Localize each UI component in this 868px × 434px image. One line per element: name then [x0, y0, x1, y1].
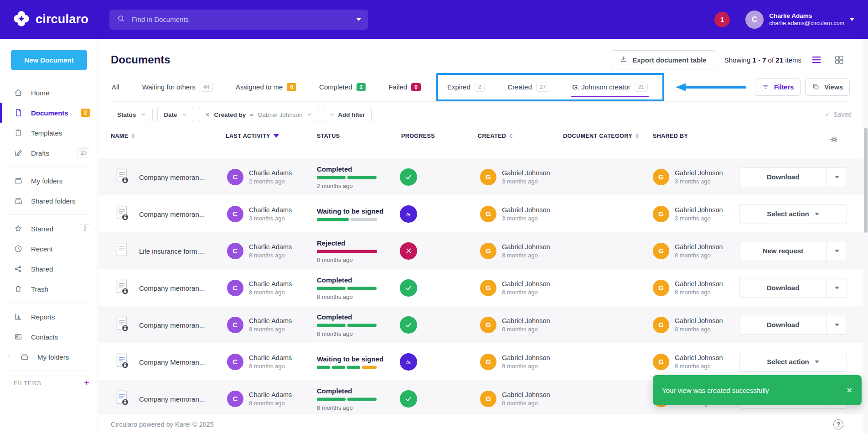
- shared-by-cell: GGabriel Johnson8 months ago: [653, 280, 723, 296]
- sidebar-item-my-folders[interactable]: My folders: [0, 347, 98, 367]
- action-dropdown-button[interactable]: [827, 241, 847, 261]
- column-header-last-activity[interactable]: LAST ACTIVITY: [226, 133, 279, 139]
- action-dropdown-button[interactable]: [827, 315, 847, 335]
- views-button[interactable]: Views: [805, 78, 850, 96]
- person-name: Charlie Adams: [249, 354, 292, 361]
- sort-desc-icon[interactable]: [274, 134, 279, 138]
- tab-all[interactable]: All: [111, 77, 120, 97]
- rejected-x-icon[interactable]: [400, 242, 417, 260]
- action-label[interactable]: Select action: [739, 204, 847, 224]
- row-action-button[interactable]: Select action: [739, 352, 847, 372]
- column-label: LAST ACTIVITY: [226, 133, 270, 139]
- filter-chip-date[interactable]: Date: [157, 107, 194, 122]
- table-row[interactable]: Company memoran...CCharlie Adams3 months…: [98, 195, 863, 232]
- chevron-right-icon[interactable]: [6, 354, 12, 361]
- column-header-progress[interactable]: PROGRESS: [401, 133, 435, 139]
- sort-icon[interactable]: [509, 133, 513, 139]
- list-view-icon[interactable]: [809, 52, 824, 68]
- tab-failed[interactable]: Failed0: [388, 77, 422, 97]
- scrollbar-thumb[interactable]: [864, 128, 868, 233]
- action-label[interactable]: Select action: [739, 352, 847, 371]
- new-document-button[interactable]: New Document: [11, 50, 87, 70]
- tab-completed[interactable]: Completed2: [318, 77, 367, 97]
- sidebar-item-shared[interactable]: Shared: [0, 259, 98, 279]
- draft-icon: [14, 148, 23, 157]
- action-label[interactable]: New request: [739, 241, 827, 261]
- sidebar-item-recent[interactable]: Recent: [0, 239, 98, 259]
- grid-view-icon[interactable]: [832, 52, 847, 68]
- sidebar-item-documents[interactable]: Documents2: [0, 103, 98, 123]
- sidebar-item-home[interactable]: Home: [0, 83, 98, 103]
- document-name[interactable]: Company memoran...: [139, 284, 205, 292]
- sort-icon[interactable]: [636, 133, 639, 139]
- sort-icon[interactable]: [131, 133, 135, 139]
- sidebar-item-reports[interactable]: Reports: [0, 307, 98, 327]
- document-name[interactable]: Company memoran...: [139, 173, 205, 181]
- search-dropdown-caret-icon[interactable]: [356, 18, 361, 21]
- tab-assigned-to-me[interactable]: Assigned to me0: [235, 77, 297, 97]
- action-dropdown-button[interactable]: [827, 167, 847, 187]
- document-name[interactable]: Life insurance form....: [139, 247, 205, 255]
- document-name[interactable]: Company Memoran...: [139, 358, 205, 366]
- signature-pending-icon[interactable]: [400, 353, 417, 371]
- export-document-table-button[interactable]: Export document table: [611, 50, 715, 69]
- chevron-down-icon: [815, 213, 819, 215]
- help-icon[interactable]: ?: [833, 419, 843, 429]
- document-name[interactable]: Company memoran...: [139, 321, 205, 329]
- sidebar-item-templates[interactable]: Templates: [0, 123, 98, 143]
- notification-badge[interactable]: 1: [714, 12, 730, 27]
- app-logo[interactable]: circularo: [0, 9, 98, 30]
- row-action-button[interactable]: Select action: [739, 204, 847, 224]
- column-header-name[interactable]: NAME: [111, 133, 135, 139]
- sidebar-item-starred[interactable]: Starred2: [0, 219, 98, 239]
- column-header-created[interactable]: CREATED: [478, 133, 513, 139]
- sidebar-item-shared-folders[interactable]: Shared folders: [0, 191, 98, 211]
- search-input[interactable]: [131, 15, 356, 24]
- sidebar-item-contacts[interactable]: Contacts: [0, 327, 98, 347]
- search-bar[interactable]: [109, 10, 368, 30]
- row-action-button[interactable]: New request: [739, 241, 847, 261]
- column-header-status[interactable]: STATUS: [317, 133, 340, 139]
- filters-button[interactable]: Filters: [755, 78, 801, 96]
- remove-filter-icon[interactable]: ✕: [205, 111, 210, 118]
- action-dropdown-button[interactable]: [827, 278, 847, 298]
- filter-chip-add-filter[interactable]: +Add filter: [324, 107, 371, 122]
- table-row[interactable]: Company memoran...CCharlie Adams8 months…: [98, 269, 863, 306]
- row-action-button[interactable]: Download: [739, 315, 847, 335]
- action-label[interactable]: Download: [739, 315, 827, 335]
- action-label[interactable]: Download: [739, 278, 827, 298]
- filter-chip-status[interactable]: Status: [111, 107, 153, 122]
- close-icon[interactable]: ✕: [847, 386, 852, 395]
- column-header-document-category[interactable]: DOCUMENT CATEGORY: [563, 133, 639, 139]
- filter-chip-created-by[interactable]: ✕Created by=Gabriel Johnson: [199, 107, 320, 122]
- tab-waiting-for-others[interactable]: Waiting for others44: [141, 77, 214, 97]
- document-name[interactable]: Company memoran...: [139, 395, 205, 403]
- document-name[interactable]: Company memoran...: [139, 210, 205, 218]
- sidebar-item-my-folders[interactable]: My folders: [0, 171, 98, 191]
- count-badge: 2: [81, 109, 90, 117]
- completed-check-icon[interactable]: [400, 168, 417, 186]
- table-row[interactable]: Company memoran...CCharlie Adams2 months…: [98, 158, 863, 195]
- completed-check-icon[interactable]: [400, 279, 417, 297]
- completed-check-icon[interactable]: [400, 390, 417, 408]
- user-menu[interactable]: C Charlie Adams charlie.adams@circularo.…: [745, 10, 854, 29]
- sidebar-item-drafts[interactable]: Drafts20: [0, 143, 98, 163]
- row-action-button[interactable]: Download: [739, 278, 847, 298]
- plus-icon[interactable]: +: [84, 378, 89, 387]
- table-row[interactable]: Company memoran...CCharlie Adams8 months…: [98, 306, 863, 343]
- signature-pending-icon[interactable]: [400, 205, 417, 223]
- table-row[interactable]: Life insurance form....CCharlie Adams8 m…: [98, 232, 863, 269]
- page-scrollbar[interactable]: [863, 39, 868, 434]
- annotation-arrow: [674, 83, 747, 92]
- sidebar-item-trash[interactable]: Trash: [0, 279, 98, 299]
- completed-check-icon[interactable]: [400, 316, 417, 334]
- pagination-summary: Showing 1 - 7 of 21 items: [724, 56, 801, 64]
- tab-g-johnson-creator[interactable]: G. Johnson creator21: [571, 77, 649, 97]
- row-action-button[interactable]: Download: [739, 167, 847, 187]
- tab-created[interactable]: Created27: [506, 77, 550, 97]
- table-row[interactable]: Company Memoran...CCharlie Adams8 months…: [98, 343, 863, 380]
- action-label[interactable]: Download: [739, 167, 827, 187]
- tab-expired[interactable]: Expired2: [446, 77, 486, 97]
- gear-icon[interactable]: [829, 135, 839, 146]
- column-header-shared-by[interactable]: SHARED BY: [653, 133, 688, 139]
